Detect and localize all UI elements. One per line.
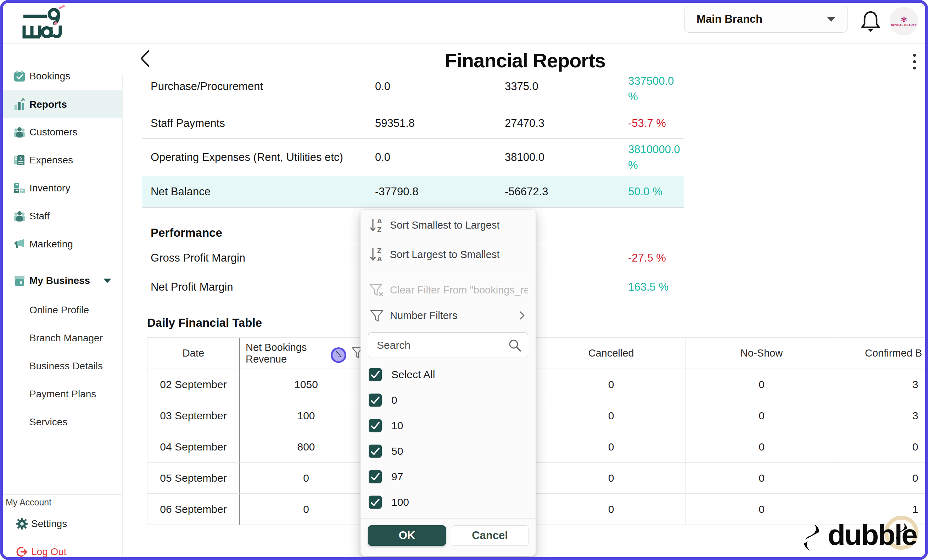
row-value-1: 59351.8	[375, 117, 505, 130]
svg-text:$: $	[20, 156, 22, 160]
sidebar-subitem-payment-plans[interactable]: Payment Plans	[0, 380, 122, 408]
sidebar-subitem-label: Branch Manager	[29, 333, 103, 344]
notifications-bell-icon[interactable]	[859, 9, 882, 34]
calendar-check-icon	[13, 70, 26, 82]
filter-option-97[interactable]: 97	[360, 465, 536, 488]
dubble-leaf-icon	[800, 524, 823, 552]
filter-option-0[interactable]: 0	[360, 389, 536, 412]
filter-option-10[interactable]: 10	[360, 414, 536, 437]
row-label: Staff Payments	[142, 117, 375, 130]
megaphone-icon	[13, 238, 26, 250]
menu-item-clear-filter[interactable]: Clear Filter From "bookings_reve…	[360, 277, 536, 303]
bar-chart-icon	[13, 98, 26, 111]
row-value-2: 27470.3	[505, 117, 628, 130]
sort-ascending-icon: AZ	[369, 217, 385, 233]
filter-option-label: 0	[391, 394, 397, 406]
sidebar-item-logout[interactable]: Log Out	[0, 538, 122, 560]
cell-net: 100	[240, 400, 372, 431]
sidebar-subitem-label: Services	[29, 417, 67, 428]
main-content: Purchase/Procurement 0.0 3375.0 337500.0…	[122, 43, 928, 560]
cell-confirmed: 0	[838, 431, 928, 462]
checkbox-checked[interactable]	[369, 496, 382, 509]
column-header-date: Date	[148, 338, 240, 369]
table-row: Staff Payments 59351.8 27470.3 -53.7 %	[142, 108, 684, 139]
cell-date: 04 September	[148, 431, 240, 462]
sidebar-subitem-business-details[interactable]: Business Details	[0, 352, 122, 380]
sidebar-item-label: Staff	[29, 211, 50, 222]
sidebar-item-customers[interactable]: Customers	[0, 118, 122, 146]
row-change: 3810000.0 %	[628, 142, 684, 173]
filter-funnel-icon	[369, 307, 385, 323]
menu-item-number-filters[interactable]: Number Filters	[360, 303, 536, 328]
row-change: 163.5 %	[628, 281, 684, 293]
column-header-confirmed: Confirmed B	[838, 338, 928, 369]
sidebar-item-inventory[interactable]: Inventory	[0, 174, 122, 202]
branch-selector[interactable]: Main Branch	[684, 6, 848, 33]
receipt-icon: $	[13, 154, 26, 166]
storefront-icon	[13, 274, 26, 287]
cell-confirmed: 0	[838, 462, 928, 494]
settings-label: Settings	[31, 518, 67, 529]
filter-option-50[interactable]: 50	[360, 440, 536, 462]
sidebar-item-settings[interactable]: Settings	[0, 510, 122, 538]
checkbox-checked[interactable]	[369, 470, 382, 484]
logout-icon	[16, 546, 28, 558]
avatar[interactable]: ✾ REVEAL BEAUTY	[890, 7, 918, 35]
back-button[interactable]	[137, 48, 154, 69]
menu-footer-divider	[360, 518, 536, 519]
people-icon	[13, 210, 26, 223]
menu-divider	[368, 273, 528, 273]
menu-item-label: Clear Filter From "bookings_reve…	[390, 284, 528, 296]
sidebar-item-expenses[interactable]: $ Expenses	[0, 146, 122, 174]
sidebar-subitem-label: Business Details	[29, 360, 103, 372]
filter-option-label: 10	[391, 420, 403, 432]
performance-heading: Performance	[151, 226, 222, 240]
filter-option-label: 97	[391, 471, 403, 483]
sidebar-item-my-business[interactable]: My Business	[0, 267, 122, 294]
cell-cancelled: 0	[537, 431, 685, 462]
sidebar-item-reports[interactable]: Reports	[0, 90, 122, 118]
row-label: Operating Expenses (Rent, Utilities etc)	[142, 151, 375, 164]
filter-search-box	[368, 333, 528, 358]
menu-item-label: Sort Smallest to Largest	[390, 220, 499, 231]
daily-financial-table: Date Net Bookings Revenue Cancelled No-S…	[147, 337, 928, 525]
menu-item-sort-descending[interactable]: ZA Sort Largest to Smallest	[360, 242, 536, 267]
filter-option-100[interactable]: 100	[360, 491, 536, 514]
sidebar-item-marketing[interactable]: Marketing	[0, 230, 122, 258]
cell-net: 0	[240, 462, 372, 494]
boxes-icon	[13, 182, 26, 195]
table-row-net-balance: Net Balance -37790.8 -56672.3 50.0 %	[142, 176, 684, 208]
menu-item-label: Number Filters	[390, 310, 457, 322]
sidebar-item-staff[interactable]: Staff	[0, 202, 122, 230]
column-filter-menu: AZ Sort Smallest to Largest ZA Sort Larg…	[360, 210, 536, 556]
search-input[interactable]	[368, 333, 528, 358]
avatar-flower-icon: ✾	[901, 16, 907, 23]
kebab-menu-icon[interactable]	[910, 52, 919, 72]
row-value-1: 0.0	[375, 151, 505, 164]
cell-net: 1050	[240, 369, 372, 400]
menu-item-sort-ascending[interactable]: AZ Sort Smallest to Largest	[360, 212, 536, 238]
branch-selector-value: Main Branch	[696, 13, 762, 26]
ok-button[interactable]: OK	[368, 525, 446, 546]
sidebar-subitem-branch-manager[interactable]: Branch Manager	[0, 324, 122, 352]
cell-date: 03 September	[148, 400, 240, 431]
sidebar-subitem-online-profile[interactable]: Online Profile	[0, 296, 122, 324]
row-change: 337500.0 %	[628, 73, 684, 105]
checkbox-checked[interactable]	[369, 368, 382, 381]
filter-option-select-all[interactable]: Select All	[360, 363, 536, 386]
cancel-button[interactable]: Cancel	[451, 525, 529, 546]
chevron-down-icon	[104, 279, 111, 283]
checkbox-checked[interactable]	[369, 394, 382, 407]
cell-no-show: 0	[685, 462, 838, 494]
cell-confirmed: 3	[838, 400, 928, 431]
chevron-right-icon	[519, 310, 526, 320]
checkbox-checked[interactable]	[369, 419, 382, 432]
filter-option-label: 100	[391, 496, 409, 508]
search-icon	[508, 339, 522, 352]
sidebar-item-bookings[interactable]: Bookings	[0, 62, 122, 90]
column-header-cancelled: Cancelled	[537, 338, 685, 369]
sidebar-item-label: Inventory	[29, 183, 70, 194]
sidebar-subitem-services[interactable]: Services	[0, 408, 122, 436]
checkbox-checked[interactable]	[369, 445, 382, 458]
cell-cancelled: 0	[537, 494, 685, 525]
